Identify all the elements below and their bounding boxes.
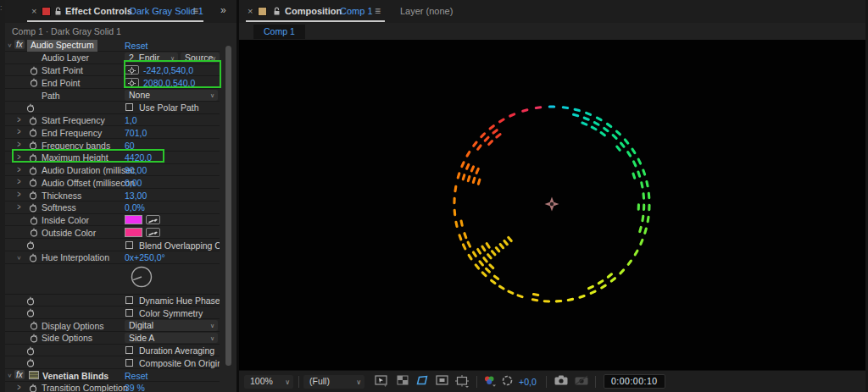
show-channels-icon[interactable] [483, 375, 497, 389]
stopwatch-icon[interactable] [29, 153, 37, 164]
checkbox-dynamic-hue-phase[interactable] [125, 296, 133, 304]
stopwatch-icon[interactable] [30, 321, 38, 332]
viewer-tab-comp1[interactable]: Comp 1 [253, 25, 305, 39]
effect-icon [29, 371, 39, 381]
lock-icon[interactable] [273, 7, 281, 18]
property-value[interactable]: 0x+250,0° [125, 252, 165, 262]
grid-guides-icon[interactable] [455, 375, 470, 389]
magnification-dropdown[interactable]: 100%∨ [244, 375, 293, 389]
property-value[interactable]: 13,00 [125, 190, 147, 201]
chevron-down-icon[interactable]: > [6, 43, 14, 47]
scrollbar[interactable] [225, 46, 231, 366]
dropdown-audio-layer[interactable]: 2. Endir∨ [125, 52, 178, 63]
mask-visibility-icon[interactable] [415, 375, 429, 388]
stopwatch-icon[interactable] [29, 141, 37, 152]
checkbox-blend-overlapping-c[interactable] [125, 241, 133, 249]
property-value[interactable]: 701,0 [125, 128, 147, 138]
lock-icon[interactable] [54, 7, 62, 18]
tab-layer[interactable]: Layer (none) [400, 6, 453, 16]
property-value[interactable]: 2080,0,540,0 [143, 78, 195, 88]
effect-name[interactable]: Venetian Blinds [42, 371, 108, 381]
expander-icon[interactable]: > [17, 152, 20, 162]
panel-title[interactable]: Composition [285, 6, 342, 16]
stopwatch-icon[interactable] [30, 216, 38, 227]
expander-icon[interactable]: > [17, 177, 20, 187]
chevron-down-icon[interactable]: > [6, 373, 14, 378]
stopwatch-icon[interactable] [26, 103, 35, 114]
composition-viewer[interactable] [239, 40, 865, 370]
expander-icon[interactable]: > [17, 114, 20, 124]
panel-title[interactable]: Effect Controls [65, 6, 132, 16]
stopwatch-icon[interactable] [30, 66, 38, 77]
stopwatch-icon[interactable] [26, 358, 35, 369]
expander-icon[interactable]: > [17, 127, 20, 137]
stopwatch-icon[interactable] [29, 128, 37, 139]
expander-icon[interactable]: > [17, 140, 20, 150]
stopwatch-icon[interactable] [30, 334, 38, 345]
exposure-aperture-icon[interactable] [502, 375, 513, 388]
exposure-value[interactable]: +0,0 [519, 377, 537, 387]
property-value[interactable]: -242,0,540,0 [143, 65, 193, 75]
property-value[interactable]: 39 % [125, 383, 145, 392]
property-value[interactable]: 4420,0 [125, 152, 152, 163]
stopwatch-icon[interactable] [29, 116, 37, 127]
checkbox-color-symmetry[interactable] [125, 309, 133, 317]
dropdown-source[interactable]: Source∨ [181, 52, 220, 63]
color-swatch[interactable] [125, 228, 142, 237]
effect-name-selected[interactable]: Audio Spectrum [27, 40, 97, 52]
effect-point-anchor[interactable] [545, 197, 559, 212]
stopwatch-icon[interactable] [29, 203, 37, 214]
stopwatch-icon[interactable] [26, 308, 35, 319]
show-snapshot-icon[interactable] [575, 375, 588, 387]
fx-badge[interactable]: fx [14, 40, 25, 49]
stopwatch-icon[interactable] [29, 166, 37, 177]
snapshot-camera-icon[interactable] [554, 375, 568, 387]
stopwatch-icon[interactable] [29, 253, 37, 264]
dropdown-path[interactable]: None∨ [125, 90, 218, 101]
panel-menu-icon[interactable]: ≡ [192, 5, 198, 17]
panel-overflow-icon[interactable]: » [220, 4, 225, 16]
property-value[interactable]: 60 [125, 141, 135, 151]
expander-icon[interactable]: > [17, 202, 20, 212]
property-value[interactable]: 90,00 [125, 165, 147, 175]
checkbox-use-polar-path[interactable] [125, 103, 133, 111]
transparency-grid-icon[interactable] [397, 375, 409, 387]
stopwatch-icon[interactable] [30, 228, 38, 239]
color-swatch[interactable] [125, 215, 142, 224]
property-value[interactable]: 0,0% [125, 202, 145, 213]
checkbox-composite-on-origin[interactable] [125, 359, 133, 367]
stopwatch-icon[interactable] [29, 190, 37, 202]
resolution-dropdown[interactable]: (Full)∨ [303, 375, 364, 389]
stopwatch-icon[interactable] [29, 178, 37, 189]
property-value[interactable]: 0,00 [125, 178, 142, 188]
always-preview-icon[interactable] [375, 375, 388, 389]
region-of-interest-icon[interactable] [436, 375, 448, 387]
checkbox-duration-averaging[interactable] [125, 346, 133, 354]
close-icon[interactable]: × [248, 6, 253, 16]
point-picker-button[interactable] [125, 65, 139, 75]
comp-color-swatch[interactable] [258, 7, 267, 16]
layer-color-swatch[interactable] [42, 7, 51, 16]
chevron-down-icon[interactable]: > [15, 256, 23, 260]
stopwatch-icon[interactable] [26, 346, 35, 357]
close-icon[interactable]: × [31, 6, 36, 16]
point-picker-button[interactable] [125, 78, 139, 87]
expander-icon[interactable]: > [17, 190, 20, 200]
dropdown-side-options[interactable]: Side A∨ [125, 333, 218, 344]
stopwatch-icon[interactable] [26, 296, 35, 307]
fx-badge[interactable]: fx [14, 370, 25, 379]
expander-icon[interactable]: > [17, 382, 20, 392]
expander-icon[interactable]: > [17, 164, 20, 174]
timecode-display[interactable]: 0:00:00:10 [604, 374, 665, 389]
eyedropper-button[interactable] [146, 215, 160, 224]
panel-menu-icon[interactable]: ≡ [375, 5, 381, 17]
dropdown-display-options[interactable]: Digital∨ [125, 320, 218, 331]
stopwatch-icon[interactable] [29, 384, 37, 392]
property-value[interactable]: 1,0 [125, 115, 137, 125]
reset-button[interactable]: Reset [125, 371, 147, 381]
stopwatch-icon[interactable] [30, 78, 38, 89]
hue-dial[interactable] [131, 266, 154, 291]
reset-button[interactable]: Reset [125, 41, 147, 51]
stopwatch-icon[interactable] [26, 240, 35, 251]
eyedropper-button[interactable] [146, 228, 160, 237]
